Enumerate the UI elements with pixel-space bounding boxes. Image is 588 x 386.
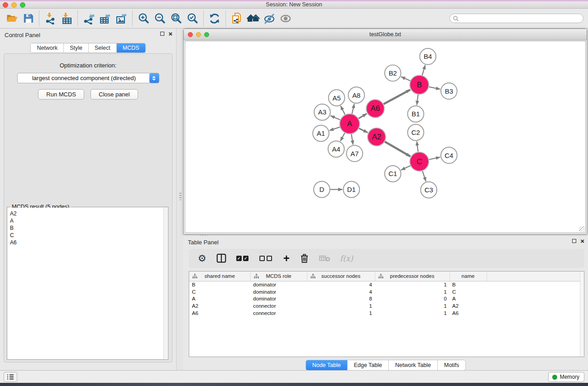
table-row[interactable]: A2connector11A2	[189, 302, 584, 310]
column-header-predecessor-nodes[interactable]: predecessor nodes	[375, 272, 449, 281]
graph-edge-B-B3[interactable]	[429, 87, 440, 89]
graph-edge-A-A4[interactable]	[340, 133, 345, 141]
graph-edge-C-C4[interactable]	[429, 157, 440, 159]
column-header-name[interactable]: name	[449, 272, 487, 281]
graph-edge-C-C1[interactable]	[401, 166, 411, 170]
cybrowser-home-button[interactable]	[245, 11, 261, 26]
mcds-result-list[interactable]: A2 A B C A6	[8, 208, 167, 359]
export-network-button[interactable]	[81, 11, 97, 26]
zoom-fit-button[interactable]	[168, 11, 184, 26]
table-cell[interactable]: dominator	[250, 288, 307, 295]
list-scrollbar[interactable]	[163, 208, 167, 359]
list-item[interactable]: C	[8, 232, 167, 239]
table-cell[interactable]: 1	[375, 288, 449, 295]
table-cell[interactable]: A	[189, 295, 250, 302]
delete-row-icon[interactable]	[299, 253, 310, 264]
zoom-selected-button[interactable]	[184, 11, 201, 26]
table-cell[interactable]: A2	[189, 302, 250, 310]
graph-edge-B-B4[interactable]	[422, 65, 425, 76]
close-panel-icon[interactable]: ×	[168, 32, 172, 36]
tab-edge-table[interactable]: Edge Table	[347, 360, 388, 370]
table-cell[interactable]: dominator	[250, 281, 307, 288]
search-box[interactable]	[449, 14, 583, 23]
export-table-button[interactable]	[97, 11, 113, 26]
zoom-out-button[interactable]	[152, 11, 168, 26]
table-row[interactable]: Cdominator41C	[189, 288, 584, 295]
close-panel-icon[interactable]: ×	[580, 239, 584, 243]
apply-layout-button[interactable]	[206, 11, 223, 26]
table-cell[interactable]: 1	[375, 310, 449, 317]
zoom-in-button[interactable]	[135, 11, 152, 26]
optimization-select[interactable]: largest connected component (directed)	[17, 73, 159, 83]
graph-edge-A-A1[interactable]	[330, 127, 340, 131]
table-scrollbar[interactable]	[580, 272, 584, 357]
table-cell[interactable]: A	[449, 295, 487, 302]
network-canvas[interactable]: B4B2BB3A5A8A6B1A3AA1C2A2A4A7C4CC1C3DD1	[185, 41, 586, 233]
show-task-history-button[interactable]	[4, 372, 17, 382]
deselect-all-icon[interactable]	[259, 256, 274, 261]
tab-mcds[interactable]: MCDS	[116, 43, 145, 52]
open-file-button[interactable]	[4, 11, 20, 26]
column-header-successor-nodes[interactable]: successor nodes	[307, 272, 375, 281]
graph-edge-A-A6[interactable]	[359, 114, 367, 119]
close-panel-button[interactable]: Close panel	[91, 89, 138, 100]
tab-style[interactable]: Style	[63, 43, 88, 52]
table-cell[interactable]: 1	[375, 302, 449, 310]
table-cell[interactable]: dominator	[250, 295, 307, 302]
tab-motifs[interactable]: Motifs	[437, 360, 465, 370]
float-panel-icon[interactable]	[160, 32, 164, 36]
network-canvas-svg[interactable]: B4B2BB3A5A8A6B1A3AA1C2A2A4A7C4CC1C3DD1	[185, 41, 585, 233]
graph-edge-A-A3[interactable]	[330, 116, 340, 120]
tab-network[interactable]: Network	[31, 43, 63, 52]
table-cell[interactable]: 1	[375, 281, 449, 288]
table-cell[interactable]: B	[449, 281, 487, 288]
graph-edge-B-B1[interactable]	[417, 95, 418, 105]
table-row[interactable]: A6connector11A6	[189, 310, 584, 317]
float-panel-icon[interactable]	[572, 239, 576, 243]
table-cell[interactable]: A2	[449, 302, 487, 310]
table-cell[interactable]: A6	[449, 310, 487, 317]
table-row[interactable]: Adominator80A	[189, 295, 584, 302]
table-cell[interactable]: 1	[307, 310, 375, 317]
show-graphics-details-button[interactable]	[277, 11, 294, 26]
list-item[interactable]: A	[8, 217, 167, 224]
run-mcds-button[interactable]: Run MCDS	[38, 89, 84, 100]
import-table-button[interactable]	[58, 11, 75, 26]
graph-edge-A-A8[interactable]	[352, 104, 354, 114]
table-cell[interactable]: A6	[189, 310, 250, 317]
network-frame-titlebar[interactable]: testGlobe.txt	[184, 29, 587, 40]
table-row[interactable]: Bdominator41B	[189, 281, 584, 288]
save-session-button[interactable]	[20, 11, 36, 26]
graph-edge-A-A2[interactable]	[359, 129, 368, 133]
table-cell[interactable]: 4	[307, 288, 375, 295]
graph-edge-A2-C[interactable]	[385, 142, 410, 157]
table-cell[interactable]: 4	[307, 281, 375, 288]
graph-edge-A-A5[interactable]	[340, 106, 345, 114]
resize-grip-icon[interactable]	[579, 226, 585, 232]
table-cell[interactable]: 0	[375, 295, 449, 302]
table-cell[interactable]: 1	[307, 302, 375, 310]
graph-edge-A-A7[interactable]	[351, 134, 353, 144]
tab-node-table[interactable]: Node Table	[306, 360, 347, 370]
column-header-mcds-role[interactable]: MCDS role	[250, 272, 307, 281]
graph-edge-B-B2[interactable]	[401, 77, 410, 81]
add-row-icon[interactable]: +	[283, 254, 290, 263]
gear-icon[interactable]: ⚙	[198, 254, 206, 263]
copy-network-button[interactable]	[229, 11, 245, 26]
select-all-icon[interactable]: ✓✓	[236, 256, 250, 261]
split-divider-handle[interactable]	[179, 193, 182, 200]
hide-annotations-button[interactable]	[261, 11, 277, 26]
tab-select[interactable]: Select	[88, 43, 116, 52]
import-network-button[interactable]	[42, 11, 58, 26]
column-header-shared-name[interactable]: shared name	[189, 272, 250, 281]
graph-edge-C-C2[interactable]	[417, 141, 418, 152]
table-cell[interactable]: 8	[307, 295, 375, 302]
list-item[interactable]: B	[8, 224, 167, 232]
table-cell[interactable]: B	[189, 281, 250, 288]
table-cell[interactable]: connector	[250, 302, 307, 310]
memory-button[interactable]: Memory	[548, 372, 584, 382]
tab-network-table[interactable]: Network Table	[388, 360, 437, 370]
table-cell[interactable]: C	[449, 288, 487, 295]
graph-edge-A6-B[interactable]	[383, 90, 410, 104]
export-image-button[interactable]	[113, 11, 129, 26]
